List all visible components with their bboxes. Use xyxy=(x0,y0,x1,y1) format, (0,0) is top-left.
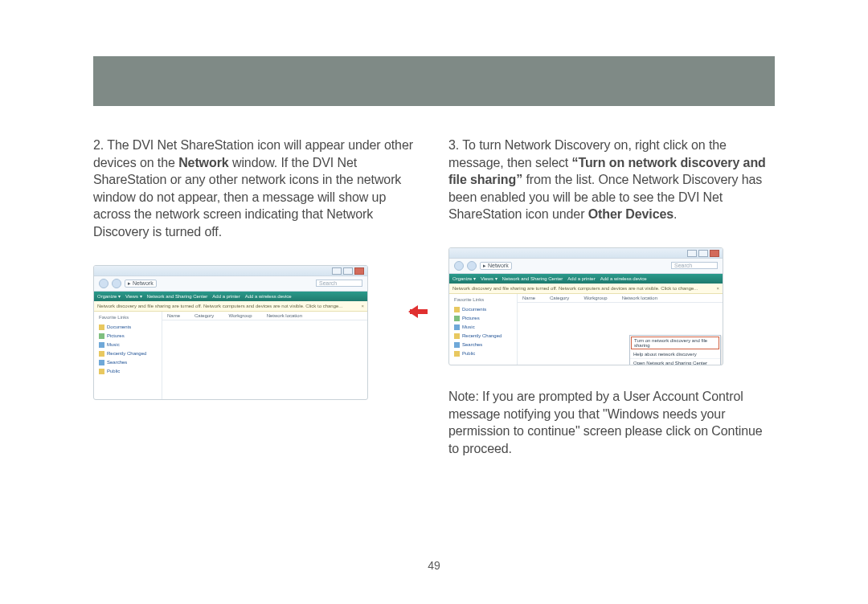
screenshot-1: ▸ Network Search Organize ▾ Views ▾ Netw… xyxy=(93,265,368,400)
fav-searches[interactable]: Searches xyxy=(454,342,512,348)
folder-icon xyxy=(99,351,104,357)
fav-music[interactable]: Music xyxy=(99,342,157,348)
folder-icon xyxy=(454,333,460,339)
col-workgroup[interactable]: Workgroup xyxy=(583,296,607,300)
window-titlebar xyxy=(449,248,723,259)
search-input[interactable]: Search xyxy=(316,280,362,287)
window-controls xyxy=(687,250,719,257)
breadcrumb-text: Network xyxy=(133,280,154,286)
breadcrumb-arrow-icon: ▸ xyxy=(483,263,486,268)
col-category[interactable]: Category xyxy=(550,296,569,300)
info-bar[interactable]: Network discovery and file sharing are t… xyxy=(449,284,723,294)
info-bar-text: Network discovery and file sharing are t… xyxy=(97,304,342,308)
step-3-label: 3. xyxy=(448,138,459,152)
toolbar-add-printer[interactable]: Add a printer xyxy=(212,294,240,299)
right-column: 3. To turn Network Discovery on, right c… xyxy=(448,137,775,470)
info-bar-close-icon[interactable]: × xyxy=(716,286,719,291)
fav-recently-changed[interactable]: Recently Changed xyxy=(454,333,512,339)
back-button[interactable] xyxy=(99,279,108,288)
step-3-bold-other-devices: Other Devices xyxy=(588,207,674,221)
col-name[interactable]: Name xyxy=(522,296,535,300)
folder-icon xyxy=(99,369,104,374)
folder-icon xyxy=(99,324,104,330)
address-bar: ▸ Network Search xyxy=(449,259,723,274)
folder-icon xyxy=(454,342,460,348)
context-menu: Turn on network discovery and file shari… xyxy=(629,335,721,365)
col-network-location[interactable]: Network location xyxy=(622,296,657,300)
list-header: Name Category Workgroup Network location xyxy=(162,312,367,320)
fav-public-label: Public xyxy=(462,351,475,356)
fav-pictures-label: Pictures xyxy=(462,316,480,320)
fav-documents[interactable]: Documents xyxy=(454,307,512,312)
explorer-body: Favorite Links Documents Pictures Music … xyxy=(449,294,723,365)
folder-icon xyxy=(454,316,460,321)
toolbar-views[interactable]: Views ▾ xyxy=(481,275,497,281)
forward-button[interactable] xyxy=(467,261,477,271)
fav-public[interactable]: Public xyxy=(99,369,157,374)
window-titlebar xyxy=(94,266,367,276)
toolbar-add-wireless[interactable]: Add a wireless device xyxy=(600,276,647,281)
back-button[interactable] xyxy=(454,261,464,271)
breadcrumb[interactable]: ▸ Network xyxy=(480,262,512,270)
step-3-text: 3. To turn Network Discovery on, right c… xyxy=(448,137,775,223)
fav-searches-label: Searches xyxy=(462,342,482,347)
fav-pictures[interactable]: Pictures xyxy=(99,333,157,339)
info-bar[interactable]: Network discovery and file sharing are t… xyxy=(94,301,367,312)
folder-icon xyxy=(454,324,460,330)
minimize-button[interactable] xyxy=(687,250,697,257)
fav-documents-label: Documents xyxy=(107,324,131,329)
fav-recently-label: Recently Changed xyxy=(107,351,146,356)
fav-documents-label: Documents xyxy=(462,307,486,312)
toolbar-add-wireless[interactable]: Add a wireless device xyxy=(245,294,292,299)
minimize-button[interactable] xyxy=(332,267,342,275)
fav-public-label: Public xyxy=(107,369,120,373)
fav-pictures[interactable]: Pictures xyxy=(454,316,512,321)
menu-help-discovery[interactable]: Help about network discovery xyxy=(630,350,720,359)
fav-documents[interactable]: Documents xyxy=(99,324,157,330)
fav-searches-label: Searches xyxy=(107,360,127,365)
toolbar: Organize ▾ Views ▾ Network and Sharing C… xyxy=(449,274,723,284)
toolbar-add-printer[interactable]: Add a printer xyxy=(567,276,595,281)
toolbar-network-sharing-center[interactable]: Network and Sharing Center xyxy=(147,294,208,299)
info-bar-close-icon[interactable]: × xyxy=(361,304,364,308)
toolbar-network-sharing-center[interactable]: Network and Sharing Center xyxy=(502,276,563,281)
folder-icon xyxy=(99,333,104,339)
step-2-text: 2. The DVI Net ShareStation icon will ap… xyxy=(93,137,420,241)
col-workgroup[interactable]: Workgroup xyxy=(228,313,252,318)
favorites-title: Favorite Links xyxy=(454,297,512,302)
step-2-label: 2. xyxy=(93,138,104,152)
maximize-button[interactable] xyxy=(698,250,708,257)
info-bar-text: Network discovery and file sharing are t… xyxy=(452,286,698,291)
fav-searches[interactable]: Searches xyxy=(99,360,157,365)
breadcrumb-arrow-icon: ▸ xyxy=(128,280,131,286)
toolbar-organize[interactable]: Organize ▾ xyxy=(452,275,476,281)
folder-icon xyxy=(99,342,104,348)
col-category[interactable]: Category xyxy=(194,313,214,318)
list-area: Name Category Workgroup Network location… xyxy=(518,294,723,365)
menu-open-nsc[interactable]: Open Network and Sharing Center xyxy=(630,359,720,365)
close-button[interactable] xyxy=(710,250,719,257)
forward-button[interactable] xyxy=(112,279,121,288)
favorite-links: Favorite Links Documents Pictures Music … xyxy=(94,312,162,400)
close-button[interactable] xyxy=(354,267,364,275)
search-input[interactable]: Search xyxy=(671,262,718,269)
maximize-button[interactable] xyxy=(343,267,353,275)
fav-public[interactable]: Public xyxy=(454,351,512,357)
menu-turn-on-discovery[interactable]: Turn on network discovery and file shari… xyxy=(631,337,719,349)
list-header: Name Category Workgroup Network location xyxy=(518,294,723,303)
fav-recently-changed[interactable]: Recently Changed xyxy=(99,351,157,357)
col-name[interactable]: Name xyxy=(167,313,180,318)
col-network-location[interactable]: Network location xyxy=(267,313,302,318)
fav-music[interactable]: Music xyxy=(454,324,512,330)
note-text: Note: If you are prompted by a User Acco… xyxy=(448,388,775,457)
step-3-post: . xyxy=(674,207,677,221)
toolbar-organize[interactable]: Organize ▾ xyxy=(97,293,121,299)
manual-page: 2. The DVI Net ShareStation icon will ap… xyxy=(0,0,868,604)
red-arrow-icon xyxy=(410,307,436,316)
page-number: 49 xyxy=(0,559,868,572)
window-controls xyxy=(332,267,364,275)
fav-music-label: Music xyxy=(107,342,120,347)
breadcrumb[interactable]: ▸ Network xyxy=(125,280,157,288)
header-bar xyxy=(93,56,775,106)
toolbar-views[interactable]: Views ▾ xyxy=(125,293,142,299)
